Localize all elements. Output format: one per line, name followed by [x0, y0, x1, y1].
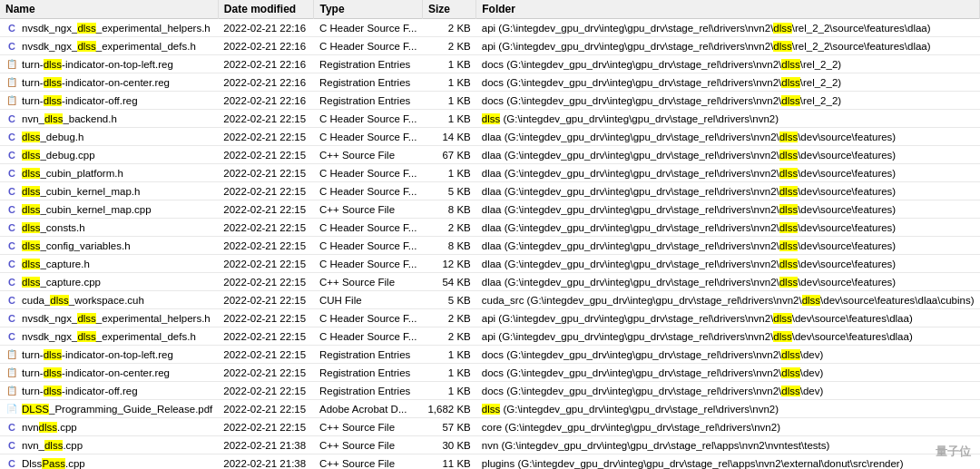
- file-explorer-container[interactable]: Name Date modified Type Size Folder Cnvs…: [0, 0, 980, 469]
- file-name-cell[interactable]: Cdlss_cubin_kernel_map.h: [0, 182, 218, 200]
- table-row[interactable]: Cdlss_capture.h2022-02-21 22:15C Header …: [0, 255, 980, 273]
- file-name-cell[interactable]: Cdlss_debug.h: [0, 128, 218, 146]
- file-size: 1 KB: [422, 346, 475, 364]
- file-folder: docs (G:\integdev_gpu_drv\integ\gpu_drv\…: [476, 382, 980, 400]
- table-row[interactable]: CDlssPass.cpp2022-02-21 21:38C++ Source …: [0, 454, 980, 470]
- col-header-folder[interactable]: Folder: [476, 0, 980, 19]
- highlight-text: Pass: [42, 458, 65, 469]
- file-name-cell[interactable]: Cnvsdk_ngx_dlss_experimental_helpers.h: [0, 19, 218, 37]
- table-row[interactable]: 📋turn-dlss-indicator-on-top-left.reg2022…: [0, 346, 980, 364]
- file-name-cell[interactable]: Cdlss_consts.h: [0, 219, 218, 237]
- file-name-cell[interactable]: Cnvsdk_ngx_dlss_experimental_defs.h: [0, 37, 218, 55]
- highlight-text: dlss: [77, 23, 95, 34]
- reg-file-icon: 📋: [5, 76, 18, 89]
- file-type: C Header Source F...: [314, 237, 422, 255]
- folder-highlight: dlss: [773, 41, 791, 52]
- folder-highlight: dlss: [482, 404, 500, 415]
- col-header-name[interactable]: Name: [0, 0, 218, 19]
- file-size: 54 KB: [422, 273, 475, 291]
- file-name-cell[interactable]: 📋turn-dlss-indicator-off.reg: [0, 382, 218, 400]
- col-header-size[interactable]: Size: [422, 0, 475, 19]
- file-folder: dlss (G:\integdev_gpu_drv\integ\gpu_drv\…: [476, 400, 980, 418]
- file-name-text: DLSS_Programming_Guide_Release.pdf: [22, 404, 212, 415]
- folder-highlight: dlss: [781, 367, 799, 378]
- c-file-icon: C: [5, 421, 18, 434]
- c-file-icon: C: [5, 185, 18, 198]
- file-name-cell[interactable]: Ccuda_dlss_workspace.cuh: [0, 291, 218, 309]
- reg-file-icon: 📋: [5, 58, 18, 71]
- file-name-cell[interactable]: 📋turn-dlss-indicator-on-top-left.reg: [0, 55, 218, 73]
- table-row[interactable]: 📋turn-dlss-indicator-off.reg2022-02-21 2…: [0, 382, 980, 400]
- table-row[interactable]: 📋turn-dlss-indicator-on-center.reg2022-0…: [0, 73, 980, 92]
- table-row[interactable]: Ccuda_dlss_workspace.cuh2022-02-21 22:15…: [0, 291, 980, 309]
- highlight-text: dlss: [77, 331, 95, 342]
- file-folder: dlaa (G:\integdev_gpu_drv\integ\gpu_drv\…: [476, 200, 980, 219]
- file-size: 1 KB: [422, 364, 475, 382]
- table-row[interactable]: Cnvsdk_ngx_dlss_experimental_helpers.h20…: [0, 19, 980, 37]
- table-row[interactable]: Cdlss_cubin_platform.h2022-02-21 22:15C …: [0, 164, 980, 182]
- table-row[interactable]: 📋turn-dlss-indicator-on-top-left.reg2022…: [0, 55, 980, 73]
- file-date: 2022-02-21 22:16: [218, 55, 314, 73]
- file-folder: dlaa (G:\integdev_gpu_drv\integ\gpu_drv\…: [476, 237, 980, 255]
- file-date: 2022-02-21 22:15: [218, 291, 314, 309]
- table-row[interactable]: Cnvndlss.cpp2022-02-21 22:15C++ Source F…: [0, 418, 980, 436]
- file-name-text: nvsdk_ngx_dlss_experimental_defs.h: [22, 331, 196, 342]
- table-row[interactable]: Cdlss_config_variables.h2022-02-21 22:15…: [0, 237, 980, 255]
- table-row[interactable]: Cdlss_debug.cpp2022-02-21 22:15C++ Sourc…: [0, 146, 980, 164]
- table-row[interactable]: 📄DLSS_Programming_Guide_Release.pdf2022-…: [0, 400, 980, 418]
- c-file-icon: C: [5, 457, 18, 470]
- col-header-date[interactable]: Date modified: [218, 0, 314, 19]
- file-name-cell[interactable]: Cdlss_capture.h: [0, 255, 218, 273]
- file-name-cell[interactable]: 📄DLSS_Programming_Guide_Release.pdf: [0, 400, 218, 418]
- table-row[interactable]: Cnvsdk_ngx_dlss_experimental_helpers.h20…: [0, 309, 980, 327]
- c-file-icon: C: [5, 149, 18, 161]
- folder-highlight: dlss: [773, 331, 791, 342]
- file-date: 2022-02-21 22:15: [218, 219, 314, 237]
- table-row[interactable]: Cnvsdk_ngx_dlss_experimental_defs.h2022-…: [0, 37, 980, 55]
- file-type: Registration Entries: [314, 92, 422, 110]
- folder-highlight: dlss: [779, 204, 798, 215]
- table-row[interactable]: Cnvn_dlss.cpp2022-02-21 21:38C++ Source …: [0, 436, 980, 454]
- file-name-cell[interactable]: Cdlss_capture.cpp: [0, 273, 218, 291]
- file-name-text: nvsdk_ngx_dlss_experimental_helpers.h: [22, 23, 211, 34]
- file-folder: docs (G:\integdev_gpu_drv\integ\gpu_drv\…: [476, 55, 980, 73]
- table-row[interactable]: Cdlss_cubin_kernel_map.h2022-02-21 22:15…: [0, 182, 980, 200]
- highlight-text: dlss: [44, 349, 62, 360]
- file-date: 2022-02-21 22:15: [218, 237, 314, 255]
- file-name-cell[interactable]: Cdlss_config_variables.h: [0, 237, 218, 255]
- file-name-cell[interactable]: Cnvn_dlss_backend.h: [0, 110, 218, 128]
- table-row[interactable]: Cnvsdk_ngx_dlss_experimental_defs.h2022-…: [0, 327, 980, 346]
- file-name-cell[interactable]: 📋turn-dlss-indicator-on-center.reg: [0, 364, 218, 382]
- table-row[interactable]: Cdlss_consts.h2022-02-21 22:15C Header S…: [0, 219, 980, 237]
- file-name-cell[interactable]: Cdlss_debug.cpp: [0, 146, 218, 164]
- file-name-text: turn-dlss-indicator-on-top-left.reg: [22, 59, 173, 70]
- file-type: C++ Source File: [314, 418, 422, 436]
- table-row[interactable]: Cnvn_dlss_backend.h2022-02-21 22:15C Hea…: [0, 110, 980, 128]
- file-name-cell[interactable]: Cnvsdk_ngx_dlss_experimental_helpers.h: [0, 309, 218, 327]
- c-file-icon: C: [5, 112, 18, 125]
- file-name-cell[interactable]: 📋turn-dlss-indicator-on-top-left.reg: [0, 346, 218, 364]
- c-file-icon: C: [5, 276, 18, 288]
- file-name-cell[interactable]: Cnvndlss.cpp: [0, 418, 218, 436]
- col-header-type[interactable]: Type: [314, 0, 422, 19]
- file-folder: dlaa (G:\integdev_gpu_drv\integ\gpu_drv\…: [476, 255, 980, 273]
- table-row[interactable]: Cdlss_debug.h2022-02-21 22:15C Header So…: [0, 128, 980, 146]
- file-name-cell[interactable]: Cdlss_cubin_platform.h: [0, 164, 218, 182]
- table-row[interactable]: 📋turn-dlss-indicator-on-center.reg2022-0…: [0, 364, 980, 382]
- file-type: Registration Entries: [314, 73, 422, 92]
- file-name-cell[interactable]: 📋turn-dlss-indicator-off.reg: [0, 92, 218, 110]
- file-name-text: turn-dlss-indicator-on-top-left.reg: [22, 349, 173, 360]
- table-row[interactable]: Cdlss_capture.cpp2022-02-21 22:15C++ Sou…: [0, 273, 980, 291]
- file-name-cell[interactable]: Cnvsdk_ngx_dlss_experimental_defs.h: [0, 327, 218, 346]
- file-name-text: nvsdk_ngx_dlss_experimental_defs.h: [22, 41, 196, 52]
- file-name-cell[interactable]: CDlssPass.cpp: [0, 454, 218, 470]
- table-row[interactable]: Cdlss_cubin_kernel_map.cpp2022-02-21 22:…: [0, 200, 980, 219]
- highlight-text: dlss: [44, 59, 62, 70]
- file-name-cell[interactable]: Cnvn_dlss.cpp: [0, 436, 218, 454]
- table-row[interactable]: 📋turn-dlss-indicator-off.reg2022-02-21 2…: [0, 92, 980, 110]
- file-name-cell[interactable]: Cdlss_cubin_kernel_map.cpp: [0, 200, 218, 219]
- file-date: 2022-02-21 22:16: [218, 73, 314, 92]
- file-name-cell[interactable]: 📋turn-dlss-indicator-on-center.reg: [0, 73, 218, 92]
- c-file-icon: C: [5, 258, 18, 270]
- file-size: 2 KB: [422, 19, 475, 37]
